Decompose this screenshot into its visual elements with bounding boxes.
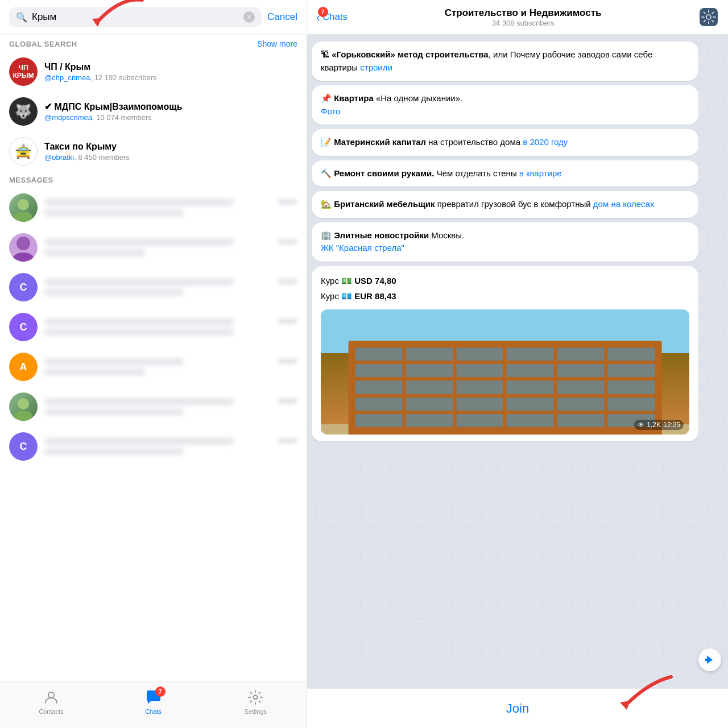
message-item-2[interactable] — [0, 228, 307, 267]
message-text-kvartira: 📌 Квартира «На одном дыхании».Фото — [321, 92, 689, 118]
result-name-taxi: Такси по Крыму — [44, 142, 297, 152]
rates-text: Курс 💵 USD 74,80 Курс 💶 EUR 88,43 — [321, 273, 689, 304]
join-button[interactable]: Join — [506, 701, 529, 716]
eur-rate: Курс 💶 EUR 88,43 — [321, 288, 689, 304]
message-remont: 🔨 Ремонт своими руками. Чем отделать сте… — [312, 160, 698, 187]
chat-title-section: Строительство и Недвижимость 34 308 subs… — [353, 7, 693, 27]
svg-point-2 — [14, 212, 32, 222]
channel-subscribers: 34 308 subscribers — [492, 19, 555, 27]
chat-messages[interactable]: 🏗 «Горьковский» метод строительства, или… — [307, 35, 728, 688]
search-result-taxi[interactable]: 🚖 Такси по Крыму @obratki, 8 450 members — [0, 131, 307, 171]
search-bar: 🔍 × Cancel — [0, 0, 307, 35]
result-info-chp: ЧП / Крым @chp_crimea, 12 192 subscriber… — [44, 62, 297, 82]
share-button-wrap — [698, 648, 721, 671]
avatar-msg5: А — [9, 353, 38, 381]
search-result-mdps[interactable]: 🐺 ✔ МДПС Крым|Взаимопомощь @mdpscrimea, … — [0, 92, 307, 131]
result-sub-taxi: @obratki, 8 450 members — [44, 153, 297, 162]
messages-section: MESSAGES С — [0, 171, 307, 681]
svg-point-7 — [48, 692, 54, 698]
messages-header: MESSAGES — [0, 171, 307, 188]
tab-settings[interactable]: Settings — [204, 689, 307, 715]
svg-point-1 — [18, 199, 29, 210]
win — [456, 380, 503, 394]
message-kvartira: 📌 Квартира «На одном дыхании».Фото — [312, 85, 698, 125]
win — [406, 380, 453, 394]
blur-text-7 — [44, 438, 297, 455]
show-more-button[interactable]: Show more — [257, 39, 297, 48]
cancel-button[interactable]: Cancel — [267, 11, 297, 23]
win — [507, 398, 554, 411]
avatar-taxi: 🚖 — [9, 137, 38, 166]
svg-point-3 — [16, 237, 30, 250]
win — [557, 398, 605, 411]
settings-icon — [247, 689, 264, 706]
message-rates: Курс 💵 USD 74,80 Курс 💶 EUR 88,43 — [312, 266, 698, 441]
message-text-elite: 🏢 Элитные новостройки Москвы.ЖК "Красная… — [321, 229, 689, 255]
search-result-chp[interactable]: ЧПКРЫМ ЧП / Крым @chp_crimea, 12 192 sub… — [0, 52, 307, 92]
message-time: 12:25 — [663, 421, 680, 429]
win — [406, 348, 453, 361]
tab-contacts[interactable]: Contacts — [0, 689, 102, 715]
tab-chats[interactable]: 7 Chats — [102, 689, 205, 715]
win — [507, 348, 554, 361]
tab-settings-label: Settings — [244, 708, 267, 715]
view-icon: 👁 — [638, 421, 644, 429]
tab-chats-label: Chats — [145, 708, 162, 715]
message-elite: 🏢 Элитные новостройки Москвы.ЖК "Красная… — [312, 222, 698, 262]
building-windows — [349, 341, 662, 435]
win — [557, 414, 605, 427]
win — [507, 364, 554, 377]
contacts-icon — [43, 689, 60, 706]
share-button[interactable] — [698, 648, 721, 671]
win — [608, 348, 655, 361]
usd-rate: Курс 💵 USD 74,80 — [321, 273, 689, 288]
avatar-msg3: С — [9, 273, 38, 301]
win — [507, 380, 554, 394]
back-label: 7 Chats — [322, 11, 348, 23]
blur-text-1 — [44, 199, 297, 216]
messages-title: MESSAGES — [9, 176, 53, 184]
message-brit: 🏡 Британский мебельщик превратил грузово… — [312, 191, 698, 218]
message-item-5[interactable]: А — [0, 347, 307, 387]
svg-point-4 — [13, 253, 34, 262]
back-button[interactable]: ‹ 7 Chats — [316, 11, 348, 24]
blur-text-4 — [44, 318, 297, 336]
global-search-header: GLOBAL SEARCH Show more — [0, 35, 307, 52]
back-badge: 7 — [318, 7, 328, 17]
avatar-mdps: 🐺 — [9, 97, 38, 126]
result-name-chp: ЧП / Крым — [44, 62, 297, 72]
message-item-1[interactable] — [0, 188, 307, 228]
search-input-wrap[interactable]: 🔍 × — [9, 7, 262, 27]
chat-header: ‹ 7 Chats Строительство и Недвижимость 3… — [307, 0, 728, 35]
avatar-msg2 — [9, 233, 38, 262]
channel-settings-icon[interactable] — [698, 7, 719, 27]
message-item-3[interactable]: С — [0, 267, 307, 307]
blur-text-3 — [44, 279, 297, 296]
win — [456, 348, 503, 361]
blur-text-5 — [44, 358, 297, 375]
message-text-remont: 🔨 Ремонт своими руками. Чем отделать сте… — [321, 167, 689, 180]
left-panel: 🔍 × Cancel GLOBAL SEARCH Show more ЧПКРЫ… — [0, 0, 307, 728]
building-facade — [349, 341, 662, 435]
win — [456, 364, 503, 377]
message-item-6[interactable] — [0, 387, 307, 427]
message-item-7[interactable]: С — [0, 427, 307, 466]
win — [456, 414, 503, 427]
avatar-msg1 — [9, 193, 38, 222]
win — [557, 364, 605, 377]
result-name-mdps: ✔ МДПС Крым|Взаимопомощь — [44, 101, 297, 112]
blur-text-2 — [44, 239, 297, 256]
bottom-tabs: Contacts 7 Chats Settings — [0, 681, 307, 728]
join-bar: Join — [307, 688, 728, 728]
search-input[interactable] — [32, 11, 239, 23]
win — [608, 380, 655, 394]
message-gorky: 🏗 «Горьковский» метод строительства, или… — [312, 42, 698, 81]
message-item-4[interactable]: С — [0, 307, 307, 347]
result-sub-mdps: @mdpscrimea, 10 074 members — [44, 113, 297, 122]
win — [406, 414, 453, 427]
result-info-mdps: ✔ МДПС Крым|Взаимопомощь @mdpscrimea, 10… — [44, 101, 297, 122]
svg-point-8 — [254, 696, 258, 700]
svg-point-6 — [14, 411, 32, 421]
clear-button[interactable]: × — [243, 11, 255, 23]
win — [355, 398, 403, 411]
